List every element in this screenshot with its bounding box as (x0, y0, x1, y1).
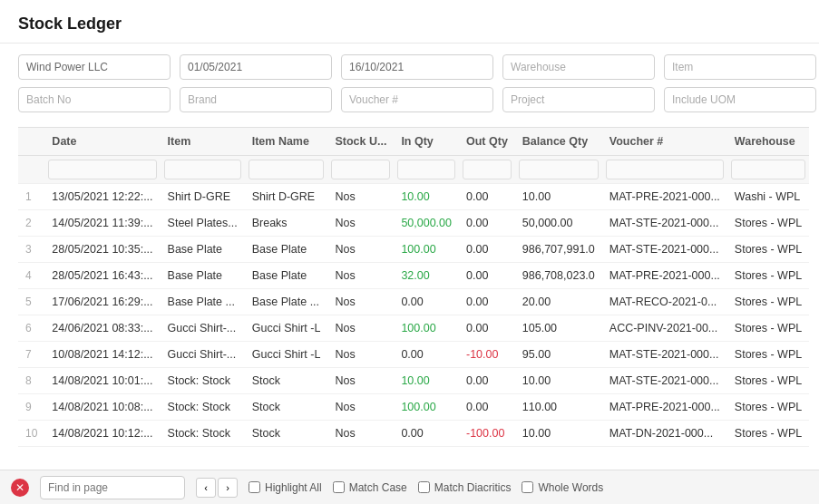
cell-item-name: Breaks (245, 210, 328, 237)
col-filter-stock-u[interactable] (331, 160, 390, 179)
match-case-group: Match Case (333, 481, 407, 494)
cell-out-qty: 0.00 (459, 394, 515, 421)
cell-voucher: MAT-STE-2021-000... (602, 342, 727, 368)
cell-warehouse: Stores - WPL (727, 210, 809, 237)
match-diacritics-label: Match Diacritics (434, 481, 512, 494)
whole-words-checkbox[interactable] (522, 481, 533, 493)
cell-out-qty: 0.00 (459, 368, 515, 394)
close-find-button[interactable]: ✕ (11, 479, 29, 497)
cell-in-qty: 0.00 (394, 421, 459, 447)
col-date: Date (44, 128, 160, 156)
cell-item: Base Plate (161, 263, 245, 289)
row-num: 4 (18, 263, 44, 289)
find-input[interactable] (40, 476, 185, 499)
cell-item-name: Base Plate (245, 263, 328, 289)
table-row: 6 24/06/2021 08:33:... Gucci Shirt-... G… (18, 315, 809, 342)
col-num (18, 128, 44, 156)
cell-stock-u: Nos (327, 368, 394, 394)
cell-warehouse: Stores - WPL (727, 315, 809, 342)
cell-warehouse: Stores - WPL (727, 421, 809, 447)
cell-item: Gucci Shirt-... (161, 342, 245, 368)
col-filter-warehouse[interactable] (731, 160, 805, 179)
cell-balance-qty: 10.00 (515, 184, 602, 210)
filter-brand[interactable] (180, 87, 332, 112)
cell-warehouse: Stores - WPL (727, 237, 809, 263)
table-header-row: Date Item Item Name Stock U... In Qty Ou… (18, 128, 809, 156)
find-prev-button[interactable]: ‹ (196, 478, 216, 498)
filter-item[interactable] (664, 54, 816, 80)
match-diacritics-checkbox[interactable] (418, 481, 430, 493)
table-row: 1 13/05/2021 12:22:... Shirt D-GRE Shirt… (18, 184, 809, 210)
cell-voucher: MAT-PRE-2021-000... (602, 394, 727, 421)
col-item-name: Item Name (245, 128, 328, 156)
stock-ledger-table: Date Item Item Name Stock U... In Qty Ou… (18, 127, 809, 447)
cell-warehouse: Stores - WPL (727, 263, 809, 289)
col-in-qty: In Qty (394, 128, 459, 156)
filter-to-date[interactable] (341, 54, 493, 80)
cell-in-qty: 100.00 (394, 237, 459, 263)
cell-date: 10/08/2021 14:12:... (44, 342, 160, 368)
filter-include-uom[interactable] (664, 87, 816, 112)
table-row: 7 10/08/2021 14:12:... Gucci Shirt-... G… (18, 342, 809, 368)
cell-item-name: Stock (245, 421, 328, 447)
table-row: 9 14/08/2021 10:08:... Stock: Stock Stoc… (18, 394, 809, 421)
match-case-checkbox[interactable] (333, 481, 345, 493)
find-nav: ‹ › (196, 478, 238, 498)
col-warehouse: Warehouse (727, 128, 809, 156)
find-next-button[interactable]: › (218, 478, 238, 498)
cell-stock-u: Nos (327, 210, 394, 237)
cell-balance-qty: 95.00 (515, 342, 602, 368)
cell-balance-qty: 986,708,023.0 (515, 263, 602, 289)
col-filter-date[interactable] (48, 160, 156, 179)
cell-date: 14/08/2021 10:08:... (44, 394, 160, 421)
row-num: 1 (18, 184, 44, 210)
cell-item-name: Stock (245, 368, 328, 394)
col-filter-item-name[interactable] (249, 160, 325, 179)
col-filter-in-qty[interactable] (397, 160, 455, 179)
table-row: 5 17/06/2021 16:29:... Base Plate ... Ba… (18, 289, 809, 315)
col-filter-item[interactable] (164, 160, 241, 179)
table-row: 2 14/05/2021 11:39:... Steel Plates... B… (18, 210, 809, 237)
cell-item-name: Shirt D-GRE (245, 184, 328, 210)
filter-warehouse[interactable] (502, 54, 655, 80)
col-voucher: Voucher # (602, 128, 727, 156)
cell-item: Shirt D-GRE (161, 184, 245, 210)
cell-balance-qty: 10.00 (515, 368, 602, 394)
page-container: Stock Ledger Date Item Item (0, 0, 819, 504)
col-out-qty: Out Qty (459, 128, 515, 156)
col-filter-out-qty[interactable] (463, 160, 512, 179)
filter-voucher[interactable] (341, 87, 493, 112)
cell-stock-u: Nos (327, 394, 394, 421)
col-filter-balance-qty[interactable] (519, 160, 599, 179)
row-num: 8 (18, 368, 44, 394)
cell-out-qty: 0.00 (459, 237, 515, 263)
cell-balance-qty: 10.00 (515, 421, 602, 447)
cell-balance-qty: 20.00 (515, 289, 602, 315)
cell-item: Gucci Shirt-... (161, 315, 245, 342)
filter-company[interactable] (18, 54, 171, 80)
cell-voucher: ACC-PINV-2021-00... (602, 315, 727, 342)
cell-warehouse: Stores - WPL (727, 368, 809, 394)
col-filter-voucher[interactable] (606, 160, 724, 179)
cell-balance-qty: 110.00 (515, 394, 602, 421)
match-case-label: Match Case (349, 481, 407, 494)
cell-in-qty: 10.00 (394, 368, 459, 394)
filters-section (0, 44, 819, 127)
highlight-all-checkbox[interactable] (249, 481, 260, 493)
cell-stock-u: Nos (327, 237, 394, 263)
col-item: Item (161, 128, 245, 156)
cell-out-qty: 0.00 (459, 315, 515, 342)
cell-in-qty: 10.00 (394, 184, 459, 210)
filter-project[interactable] (502, 87, 655, 112)
cell-voucher: MAT-STE-2021-000... (602, 210, 727, 237)
cell-balance-qty: 50,000.00 (515, 210, 602, 237)
cell-in-qty: 32.00 (394, 263, 459, 289)
row-num: 9 (18, 394, 44, 421)
cell-item-name: Base Plate ... (245, 289, 328, 315)
table-filter-row (18, 156, 809, 184)
filter-row-1 (18, 54, 801, 80)
cell-voucher: MAT-DN-2021-000... (602, 421, 727, 447)
filter-from-date[interactable] (180, 54, 332, 80)
filter-batch-no[interactable] (18, 87, 171, 112)
cell-item: Stock: Stock (161, 368, 245, 394)
